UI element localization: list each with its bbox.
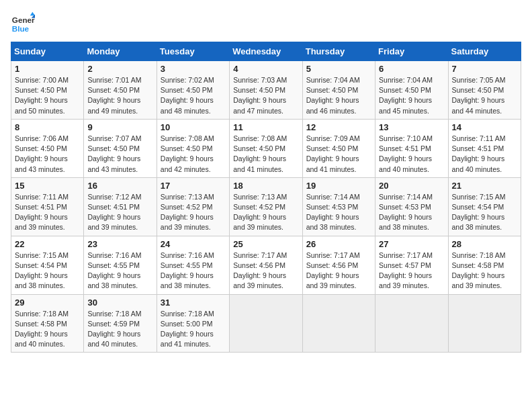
day-detail: Sunrise: 7:17 AMSunset: 4:56 PMDaylight:… [233, 250, 298, 291]
day-number: 30 [87, 298, 152, 308]
day-detail: Sunrise: 7:00 AMSunset: 4:50 PMDaylight:… [15, 75, 80, 116]
day-number: 29 [15, 298, 80, 308]
day-cell: 1 Sunrise: 7:00 AMSunset: 4:50 PMDayligh… [11, 61, 84, 120]
week-row-2: 8 Sunrise: 7:06 AMSunset: 4:50 PMDayligh… [11, 119, 521, 177]
day-number: 1 [15, 64, 80, 74]
day-detail: Sunrise: 7:13 AMSunset: 4:52 PMDaylight:… [161, 192, 226, 233]
svg-text:Blue: Blue [12, 24, 30, 33]
col-header-tuesday: Tuesday [157, 42, 229, 61]
day-cell: 8 Sunrise: 7:06 AMSunset: 4:50 PMDayligh… [11, 119, 84, 177]
week-row-4: 22 Sunrise: 7:15 AMSunset: 4:54 PMDaylig… [11, 236, 521, 294]
day-detail: Sunrise: 7:17 AMSunset: 4:56 PMDaylight:… [306, 250, 371, 291]
logo-icon: General Blue [11, 11, 35, 35]
day-detail: Sunrise: 7:14 AMSunset: 4:53 PMDaylight:… [379, 192, 444, 233]
column-headers: SundayMondayTuesdayWednesdayThursdayFrid… [11, 42, 521, 61]
day-detail: Sunrise: 7:05 AMSunset: 4:50 PMDaylight:… [452, 75, 517, 116]
day-detail: Sunrise: 7:12 AMSunset: 4:51 PMDaylight:… [87, 192, 152, 233]
day-cell: 2 Sunrise: 7:01 AMSunset: 4:50 PMDayligh… [84, 61, 157, 120]
day-number: 3 [161, 64, 226, 74]
page-header: General Blue [11, 11, 521, 35]
day-detail: Sunrise: 7:02 AMSunset: 4:50 PMDaylight:… [161, 75, 226, 116]
day-cell: 3 Sunrise: 7:02 AMSunset: 4:50 PMDayligh… [157, 61, 229, 120]
day-number: 4 [233, 64, 298, 74]
day-cell: 7 Sunrise: 7:05 AMSunset: 4:50 PMDayligh… [448, 61, 521, 120]
day-cell: 29 Sunrise: 7:18 AMSunset: 4:58 PMDaylig… [11, 294, 84, 353]
day-number: 28 [452, 239, 517, 249]
day-cell: 12 Sunrise: 7:09 AMSunset: 4:50 PMDaylig… [302, 119, 375, 177]
day-cell: 22 Sunrise: 7:15 AMSunset: 4:54 PMDaylig… [11, 236, 84, 294]
day-detail: Sunrise: 7:01 AMSunset: 4:50 PMDaylight:… [87, 75, 152, 116]
day-number: 15 [15, 181, 80, 191]
day-cell: 20 Sunrise: 7:14 AMSunset: 4:53 PMDaylig… [375, 177, 448, 236]
day-cell: 28 Sunrise: 7:18 AMSunset: 4:58 PMDaylig… [448, 236, 521, 294]
day-detail: Sunrise: 7:08 AMSunset: 4:50 PMDaylight:… [233, 134, 298, 175]
day-cell: 4 Sunrise: 7:03 AMSunset: 4:50 PMDayligh… [230, 61, 302, 120]
day-cell: 23 Sunrise: 7:16 AMSunset: 4:55 PMDaylig… [84, 236, 157, 294]
day-cell [448, 294, 521, 353]
day-cell: 26 Sunrise: 7:17 AMSunset: 4:56 PMDaylig… [302, 236, 375, 294]
day-detail: Sunrise: 7:04 AMSunset: 4:50 PMDaylight:… [306, 75, 371, 116]
day-detail: Sunrise: 7:11 AMSunset: 4:51 PMDaylight:… [15, 192, 80, 233]
week-row-5: 29 Sunrise: 7:18 AMSunset: 4:58 PMDaylig… [11, 294, 521, 353]
day-detail: Sunrise: 7:15 AMSunset: 4:54 PMDaylight:… [452, 192, 517, 233]
day-number: 24 [161, 239, 226, 249]
day-detail: Sunrise: 7:17 AMSunset: 4:57 PMDaylight:… [379, 250, 444, 291]
day-cell: 10 Sunrise: 7:08 AMSunset: 4:50 PMDaylig… [157, 119, 229, 177]
logo: General Blue [11, 11, 35, 35]
day-cell: 24 Sunrise: 7:16 AMSunset: 4:55 PMDaylig… [157, 236, 229, 294]
svg-marker-2 [30, 12, 35, 15]
day-number: 7 [452, 64, 517, 74]
day-number: 14 [452, 122, 517, 132]
day-number: 6 [379, 64, 444, 74]
day-cell: 14 Sunrise: 7:11 AMSunset: 4:51 PMDaylig… [448, 119, 521, 177]
day-detail: Sunrise: 7:18 AMSunset: 4:59 PMDaylight:… [87, 309, 152, 350]
day-detail: Sunrise: 7:15 AMSunset: 4:54 PMDaylight:… [15, 250, 80, 291]
day-number: 12 [306, 122, 371, 132]
day-cell: 9 Sunrise: 7:07 AMSunset: 4:50 PMDayligh… [84, 119, 157, 177]
col-header-thursday: Thursday [302, 42, 375, 61]
day-cell: 15 Sunrise: 7:11 AMSunset: 4:51 PMDaylig… [11, 177, 84, 236]
day-detail: Sunrise: 7:16 AMSunset: 4:55 PMDaylight:… [87, 250, 152, 291]
day-cell [302, 294, 375, 353]
day-detail: Sunrise: 7:08 AMSunset: 4:50 PMDaylight:… [161, 134, 226, 175]
day-cell [375, 294, 448, 353]
day-cell: 11 Sunrise: 7:08 AMSunset: 4:50 PMDaylig… [230, 119, 302, 177]
week-row-3: 15 Sunrise: 7:11 AMSunset: 4:51 PMDaylig… [11, 177, 521, 236]
day-cell: 31 Sunrise: 7:18 AMSunset: 5:00 PMDaylig… [157, 294, 229, 353]
day-cell: 27 Sunrise: 7:17 AMSunset: 4:57 PMDaylig… [375, 236, 448, 294]
col-header-saturday: Saturday [448, 42, 521, 61]
day-cell: 19 Sunrise: 7:14 AMSunset: 4:53 PMDaylig… [302, 177, 375, 236]
day-detail: Sunrise: 7:14 AMSunset: 4:53 PMDaylight:… [306, 192, 371, 233]
day-detail: Sunrise: 7:04 AMSunset: 4:50 PMDaylight:… [379, 75, 444, 116]
day-number: 26 [306, 239, 371, 249]
day-detail: Sunrise: 7:06 AMSunset: 4:50 PMDaylight:… [15, 134, 80, 175]
day-cell: 16 Sunrise: 7:12 AMSunset: 4:51 PMDaylig… [84, 177, 157, 236]
day-number: 22 [15, 239, 80, 249]
day-detail: Sunrise: 7:09 AMSunset: 4:50 PMDaylight:… [306, 134, 371, 175]
day-cell: 18 Sunrise: 7:13 AMSunset: 4:52 PMDaylig… [230, 177, 302, 236]
svg-text:General: General [12, 15, 35, 24]
day-cell: 21 Sunrise: 7:15 AMSunset: 4:54 PMDaylig… [448, 177, 521, 236]
day-detail: Sunrise: 7:18 AMSunset: 4:58 PMDaylight:… [15, 309, 80, 350]
day-number: 31 [161, 298, 226, 308]
day-detail: Sunrise: 7:13 AMSunset: 4:52 PMDaylight:… [233, 192, 298, 233]
col-header-friday: Friday [375, 42, 448, 61]
col-header-monday: Monday [84, 42, 157, 61]
day-number: 18 [233, 181, 298, 191]
day-number: 21 [452, 181, 517, 191]
day-cell: 30 Sunrise: 7:18 AMSunset: 4:59 PMDaylig… [84, 294, 157, 353]
day-cell: 25 Sunrise: 7:17 AMSunset: 4:56 PMDaylig… [230, 236, 302, 294]
day-detail: Sunrise: 7:10 AMSunset: 4:51 PMDaylight:… [379, 134, 444, 175]
day-detail: Sunrise: 7:07 AMSunset: 4:50 PMDaylight:… [87, 134, 152, 175]
day-number: 17 [161, 181, 226, 191]
day-cell: 13 Sunrise: 7:10 AMSunset: 4:51 PMDaylig… [375, 119, 448, 177]
day-number: 11 [233, 122, 298, 132]
day-detail: Sunrise: 7:11 AMSunset: 4:51 PMDaylight:… [452, 134, 517, 175]
day-number: 20 [379, 181, 444, 191]
day-detail: Sunrise: 7:18 AMSunset: 4:58 PMDaylight:… [452, 250, 517, 291]
day-detail: Sunrise: 7:16 AMSunset: 4:55 PMDaylight:… [161, 250, 226, 291]
day-number: 5 [306, 64, 371, 74]
day-number: 25 [233, 239, 298, 249]
day-number: 19 [306, 181, 371, 191]
day-number: 27 [379, 239, 444, 249]
